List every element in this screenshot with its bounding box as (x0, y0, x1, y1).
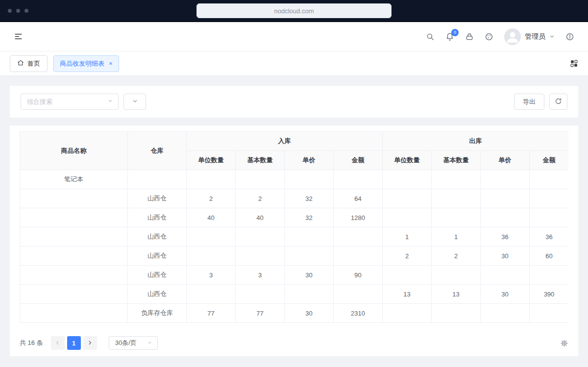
chevron-down-icon (147, 340, 152, 347)
next-page-button[interactable] (83, 336, 97, 350)
table-cell (530, 208, 569, 227)
table-cell (334, 246, 383, 266)
settings-button[interactable] (560, 339, 568, 347)
table-cell: 77 (236, 304, 285, 323)
theme-button[interactable] (485, 32, 493, 41)
window-dot[interactable] (16, 9, 20, 13)
table-cell: 30 (481, 285, 530, 304)
table-cell (20, 266, 128, 285)
chevron-down-icon (549, 33, 555, 41)
close-icon[interactable]: × (109, 60, 113, 67)
column-header: 单位数量 (383, 151, 432, 170)
notifications-button[interactable]: 0 (445, 32, 454, 41)
table-row: 笔记本 (20, 170, 569, 189)
table-cell (530, 266, 569, 285)
window-dot[interactable] (8, 9, 12, 13)
layout-grid-button[interactable] (570, 59, 578, 68)
tab-active[interactable]: 商品收发明细表 × (53, 55, 119, 72)
avatar (504, 28, 521, 45)
table-cell (187, 246, 236, 266)
table-cell (236, 227, 285, 246)
user-name: 管理员 (525, 32, 545, 41)
table-cell (383, 304, 432, 323)
table-cell: 3 (236, 266, 285, 285)
notification-badge: 0 (451, 29, 459, 36)
table-cell: 2310 (334, 304, 383, 323)
table-cell: 64 (334, 189, 383, 208)
table-cell (285, 246, 334, 266)
table-cell (187, 170, 236, 189)
table-cell (285, 170, 334, 189)
table-cell (432, 266, 481, 285)
menu-toggle-button[interactable] (14, 32, 23, 41)
table-cell (285, 285, 334, 304)
table-cell (530, 170, 569, 189)
table-cell: 36 (530, 227, 569, 246)
table-row: 山西仓333090 (20, 266, 569, 285)
export-button[interactable]: 导出 (514, 94, 544, 110)
chevron-left-icon (55, 340, 60, 347)
window-controls (8, 9, 28, 13)
browser-address-bar[interactable]: nodcloud.com (196, 3, 392, 18)
table-cell: 山西仓 (128, 208, 187, 227)
table-row: 负库存仓库7777302310 (20, 304, 569, 323)
info-icon (565, 32, 574, 41)
lock-button[interactable] (465, 32, 474, 41)
window-dot[interactable] (24, 9, 28, 13)
table-cell: 山西仓 (128, 227, 187, 246)
search-select-placeholder: 综合搜索 (27, 98, 52, 106)
table-cell: 36 (481, 227, 530, 246)
search-toolbar: 综合搜索 导出 (10, 86, 578, 118)
table-cell: 2 (187, 189, 236, 208)
table-cell: 60 (530, 246, 569, 266)
column-header: 基本数量 (236, 151, 285, 170)
table-cell: 3 (187, 266, 236, 285)
info-button[interactable] (565, 32, 574, 41)
table-cell (20, 208, 128, 227)
table-cell (20, 189, 128, 208)
column-header: 单价 (285, 151, 334, 170)
table-cell (187, 285, 236, 304)
table-scroll-area[interactable]: 商品名称 仓库 入库 出库 单位数量基本数量单价金额单位数量基本数量单价金额 笔… (20, 131, 568, 328)
table-cell: 山西仓 (128, 246, 187, 266)
table-row: 山西仓113636 (20, 227, 569, 246)
page-size-select[interactable]: 30条/页 (109, 336, 158, 350)
table-cell (128, 170, 187, 189)
tab-active-label: 商品收发明细表 (60, 59, 104, 68)
column-header: 单位数量 (187, 151, 236, 170)
table-cell (530, 189, 569, 208)
page-number-button[interactable]: 1 (67, 336, 81, 350)
prev-page-button[interactable] (51, 336, 65, 350)
table-cell: 山西仓 (128, 189, 187, 208)
table-cell (481, 189, 530, 208)
chevron-down-icon (107, 98, 113, 105)
refresh-button[interactable] (549, 94, 567, 110)
search-button[interactable] (426, 32, 435, 41)
user-menu[interactable]: 管理员 (504, 28, 555, 45)
table-cell (285, 227, 334, 246)
report-table-card: 商品名称 仓库 入库 出库 单位数量基本数量单价金额单位数量基本数量单价金额 笔… (10, 125, 578, 356)
table-cell (432, 304, 481, 323)
table-cell: 负库存仓库 (128, 304, 187, 323)
table-cell: 32 (285, 189, 334, 208)
table-cell (481, 266, 530, 285)
tab-home[interactable]: 首页 (10, 55, 48, 72)
table-cell (236, 246, 285, 266)
table-cell (432, 170, 481, 189)
expand-filters-button[interactable] (123, 94, 146, 110)
table-cell: 13 (432, 285, 481, 304)
pagination: 共 16 条 1 30条/页 (20, 336, 568, 350)
gear-icon (560, 339, 568, 347)
table-cell (383, 170, 432, 189)
table-cell: 1 (383, 227, 432, 246)
table-cell: 32 (285, 208, 334, 227)
table-cell (236, 285, 285, 304)
column-group-outbound: 出库 (383, 132, 569, 151)
table-cell (530, 304, 569, 323)
column-group-inbound: 入库 (187, 132, 383, 151)
table-group-header-row: 商品名称 仓库 入库 出库 (20, 132, 569, 151)
tab-home-label: 首页 (27, 59, 40, 68)
page-size-value: 30条/页 (115, 339, 137, 347)
table-body: 笔记本山西仓223264山西仓4040321280山西仓113636山西仓223… (20, 170, 569, 323)
search-type-select[interactable]: 综合搜索 (21, 94, 119, 110)
